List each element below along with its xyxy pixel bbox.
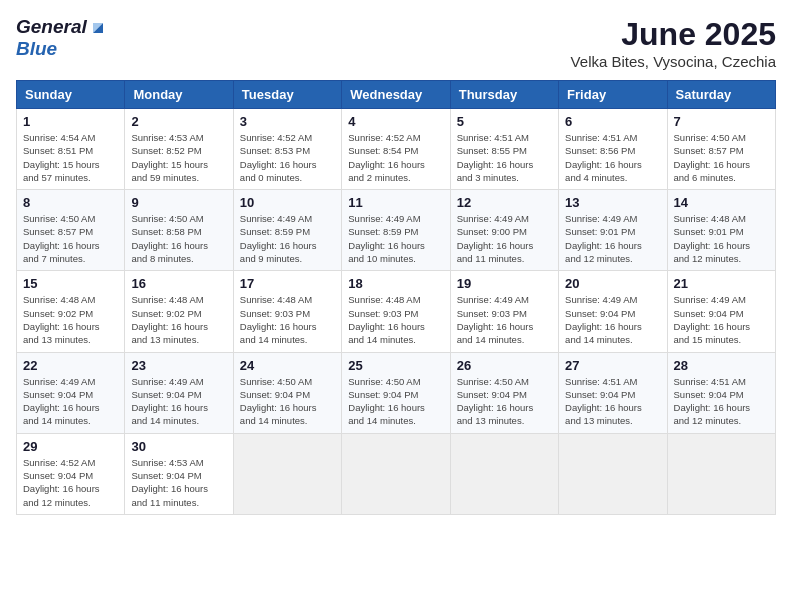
calendar-cell: 3Sunrise: 4:52 AMSunset: 8:53 PMDaylight… bbox=[233, 109, 341, 190]
day-number: 17 bbox=[240, 276, 335, 291]
calendar-cell: 22Sunrise: 4:49 AMSunset: 9:04 PMDayligh… bbox=[17, 352, 125, 433]
day-info: Sunrise: 4:49 AMSunset: 9:01 PMDaylight:… bbox=[565, 212, 660, 265]
day-number: 22 bbox=[23, 358, 118, 373]
day-info: Sunrise: 4:50 AMSunset: 9:04 PMDaylight:… bbox=[240, 375, 335, 428]
location-title: Velka Bites, Vysocina, Czechia bbox=[571, 53, 776, 70]
calendar-cell: 10Sunrise: 4:49 AMSunset: 8:59 PMDayligh… bbox=[233, 190, 341, 271]
calendar-cell: 17Sunrise: 4:48 AMSunset: 9:03 PMDayligh… bbox=[233, 271, 341, 352]
day-info: Sunrise: 4:53 AMSunset: 9:04 PMDaylight:… bbox=[131, 456, 226, 509]
day-number: 10 bbox=[240, 195, 335, 210]
logo-icon bbox=[89, 17, 107, 35]
calendar-week-row: 8Sunrise: 4:50 AMSunset: 8:57 PMDaylight… bbox=[17, 190, 776, 271]
day-number: 20 bbox=[565, 276, 660, 291]
day-number: 6 bbox=[565, 114, 660, 129]
calendar-cell bbox=[559, 433, 667, 514]
day-number: 3 bbox=[240, 114, 335, 129]
day-info: Sunrise: 4:49 AMSunset: 9:04 PMDaylight:… bbox=[565, 293, 660, 346]
calendar-cell: 11Sunrise: 4:49 AMSunset: 8:59 PMDayligh… bbox=[342, 190, 450, 271]
calendar-cell: 1Sunrise: 4:54 AMSunset: 8:51 PMDaylight… bbox=[17, 109, 125, 190]
calendar-cell: 4Sunrise: 4:52 AMSunset: 8:54 PMDaylight… bbox=[342, 109, 450, 190]
day-number: 28 bbox=[674, 358, 769, 373]
calendar-cell bbox=[233, 433, 341, 514]
calendar-cell: 27Sunrise: 4:51 AMSunset: 9:04 PMDayligh… bbox=[559, 352, 667, 433]
day-number: 14 bbox=[674, 195, 769, 210]
calendar-week-row: 22Sunrise: 4:49 AMSunset: 9:04 PMDayligh… bbox=[17, 352, 776, 433]
day-number: 19 bbox=[457, 276, 552, 291]
logo-blue: Blue bbox=[16, 38, 57, 60]
day-info: Sunrise: 4:48 AMSunset: 9:02 PMDaylight:… bbox=[131, 293, 226, 346]
day-info: Sunrise: 4:50 AMSunset: 9:04 PMDaylight:… bbox=[457, 375, 552, 428]
calendar-cell: 24Sunrise: 4:50 AMSunset: 9:04 PMDayligh… bbox=[233, 352, 341, 433]
day-info: Sunrise: 4:50 AMSunset: 8:57 PMDaylight:… bbox=[674, 131, 769, 184]
day-number: 9 bbox=[131, 195, 226, 210]
calendar-week-row: 1Sunrise: 4:54 AMSunset: 8:51 PMDaylight… bbox=[17, 109, 776, 190]
day-info: Sunrise: 4:49 AMSunset: 8:59 PMDaylight:… bbox=[240, 212, 335, 265]
day-number: 26 bbox=[457, 358, 552, 373]
calendar-cell: 30Sunrise: 4:53 AMSunset: 9:04 PMDayligh… bbox=[125, 433, 233, 514]
day-number: 23 bbox=[131, 358, 226, 373]
calendar-cell: 29Sunrise: 4:52 AMSunset: 9:04 PMDayligh… bbox=[17, 433, 125, 514]
calendar-header-monday: Monday bbox=[125, 81, 233, 109]
day-info: Sunrise: 4:51 AMSunset: 8:56 PMDaylight:… bbox=[565, 131, 660, 184]
day-info: Sunrise: 4:49 AMSunset: 9:04 PMDaylight:… bbox=[23, 375, 118, 428]
calendar-cell: 20Sunrise: 4:49 AMSunset: 9:04 PMDayligh… bbox=[559, 271, 667, 352]
title-area: June 2025 Velka Bites, Vysocina, Czechia bbox=[571, 16, 776, 70]
calendar-cell: 7Sunrise: 4:50 AMSunset: 8:57 PMDaylight… bbox=[667, 109, 775, 190]
day-info: Sunrise: 4:48 AMSunset: 9:03 PMDaylight:… bbox=[348, 293, 443, 346]
calendar-header-tuesday: Tuesday bbox=[233, 81, 341, 109]
calendar-cell: 15Sunrise: 4:48 AMSunset: 9:02 PMDayligh… bbox=[17, 271, 125, 352]
calendar-cell: 13Sunrise: 4:49 AMSunset: 9:01 PMDayligh… bbox=[559, 190, 667, 271]
day-number: 27 bbox=[565, 358, 660, 373]
calendar-cell: 12Sunrise: 4:49 AMSunset: 9:00 PMDayligh… bbox=[450, 190, 558, 271]
day-number: 16 bbox=[131, 276, 226, 291]
calendar-cell bbox=[342, 433, 450, 514]
day-number: 8 bbox=[23, 195, 118, 210]
calendar-header-thursday: Thursday bbox=[450, 81, 558, 109]
day-info: Sunrise: 4:53 AMSunset: 8:52 PMDaylight:… bbox=[131, 131, 226, 184]
calendar-cell: 21Sunrise: 4:49 AMSunset: 9:04 PMDayligh… bbox=[667, 271, 775, 352]
day-number: 15 bbox=[23, 276, 118, 291]
day-info: Sunrise: 4:52 AMSunset: 8:53 PMDaylight:… bbox=[240, 131, 335, 184]
calendar-cell: 25Sunrise: 4:50 AMSunset: 9:04 PMDayligh… bbox=[342, 352, 450, 433]
calendar-cell: 18Sunrise: 4:48 AMSunset: 9:03 PMDayligh… bbox=[342, 271, 450, 352]
day-info: Sunrise: 4:49 AMSunset: 9:04 PMDaylight:… bbox=[131, 375, 226, 428]
calendar-header-wednesday: Wednesday bbox=[342, 81, 450, 109]
calendar-week-row: 15Sunrise: 4:48 AMSunset: 9:02 PMDayligh… bbox=[17, 271, 776, 352]
header: General Blue June 2025 Velka Bites, Vyso… bbox=[16, 16, 776, 70]
day-info: Sunrise: 4:49 AMSunset: 8:59 PMDaylight:… bbox=[348, 212, 443, 265]
day-info: Sunrise: 4:50 AMSunset: 8:57 PMDaylight:… bbox=[23, 212, 118, 265]
calendar-cell: 19Sunrise: 4:49 AMSunset: 9:03 PMDayligh… bbox=[450, 271, 558, 352]
calendar-cell bbox=[450, 433, 558, 514]
calendar-cell: 26Sunrise: 4:50 AMSunset: 9:04 PMDayligh… bbox=[450, 352, 558, 433]
calendar-cell: 6Sunrise: 4:51 AMSunset: 8:56 PMDaylight… bbox=[559, 109, 667, 190]
day-info: Sunrise: 4:51 AMSunset: 8:55 PMDaylight:… bbox=[457, 131, 552, 184]
day-info: Sunrise: 4:48 AMSunset: 9:03 PMDaylight:… bbox=[240, 293, 335, 346]
day-info: Sunrise: 4:49 AMSunset: 9:04 PMDaylight:… bbox=[674, 293, 769, 346]
day-info: Sunrise: 4:52 AMSunset: 9:04 PMDaylight:… bbox=[23, 456, 118, 509]
calendar-header-friday: Friday bbox=[559, 81, 667, 109]
day-info: Sunrise: 4:50 AMSunset: 9:04 PMDaylight:… bbox=[348, 375, 443, 428]
day-info: Sunrise: 4:50 AMSunset: 8:58 PMDaylight:… bbox=[131, 212, 226, 265]
calendar-header-sunday: Sunday bbox=[17, 81, 125, 109]
day-info: Sunrise: 4:48 AMSunset: 9:01 PMDaylight:… bbox=[674, 212, 769, 265]
day-number: 4 bbox=[348, 114, 443, 129]
day-number: 11 bbox=[348, 195, 443, 210]
calendar-cell: 14Sunrise: 4:48 AMSunset: 9:01 PMDayligh… bbox=[667, 190, 775, 271]
day-number: 25 bbox=[348, 358, 443, 373]
day-number: 13 bbox=[565, 195, 660, 210]
day-number: 29 bbox=[23, 439, 118, 454]
logo: General Blue bbox=[16, 16, 107, 60]
calendar-cell: 9Sunrise: 4:50 AMSunset: 8:58 PMDaylight… bbox=[125, 190, 233, 271]
calendar-week-row: 29Sunrise: 4:52 AMSunset: 9:04 PMDayligh… bbox=[17, 433, 776, 514]
day-number: 1 bbox=[23, 114, 118, 129]
day-info: Sunrise: 4:48 AMSunset: 9:02 PMDaylight:… bbox=[23, 293, 118, 346]
day-info: Sunrise: 4:49 AMSunset: 9:03 PMDaylight:… bbox=[457, 293, 552, 346]
day-info: Sunrise: 4:51 AMSunset: 9:04 PMDaylight:… bbox=[674, 375, 769, 428]
calendar-cell: 16Sunrise: 4:48 AMSunset: 9:02 PMDayligh… bbox=[125, 271, 233, 352]
day-info: Sunrise: 4:51 AMSunset: 9:04 PMDaylight:… bbox=[565, 375, 660, 428]
logo-general: General bbox=[16, 16, 87, 38]
calendar-table: SundayMondayTuesdayWednesdayThursdayFrid… bbox=[16, 80, 776, 515]
day-info: Sunrise: 4:52 AMSunset: 8:54 PMDaylight:… bbox=[348, 131, 443, 184]
calendar-cell bbox=[667, 433, 775, 514]
calendar-cell: 23Sunrise: 4:49 AMSunset: 9:04 PMDayligh… bbox=[125, 352, 233, 433]
